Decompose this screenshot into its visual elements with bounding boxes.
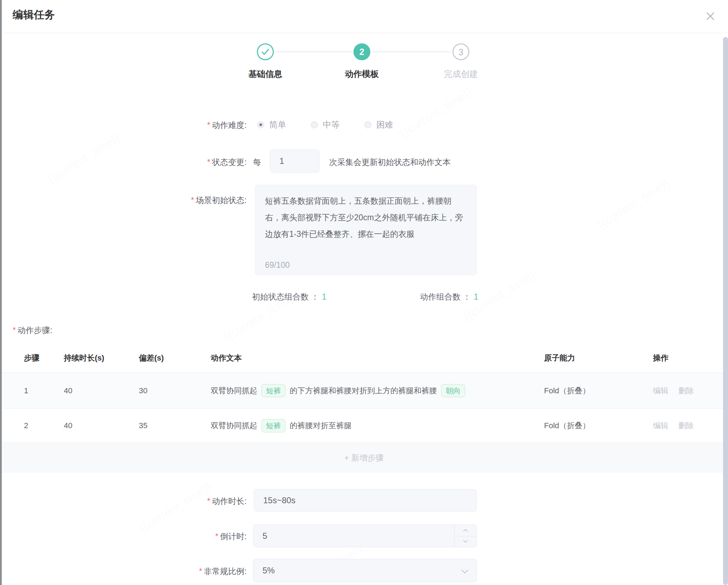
char-counter: 69/100 [265, 260, 290, 270]
table-row: 2 40 35 双臂协同抓起 短裤 的裤腰对折至裤腿 Fold（折叠） 编辑 删… [0, 409, 728, 443]
cell-deviation: 35 [139, 409, 147, 443]
step-3-label: 完成创建 [444, 68, 478, 80]
dialog-title: 编辑任务 [13, 8, 55, 22]
initial-state-label: *场景初始状态: [0, 195, 247, 206]
header-action-text: 动作文本 [211, 344, 538, 372]
header-duration: 持续时长(s) [64, 344, 104, 372]
check-icon [258, 44, 273, 59]
add-step-button[interactable]: + 新增步骤 [344, 452, 384, 463]
radio-unselected-icon [364, 121, 371, 128]
duration-label: *动作时长: [0, 496, 247, 507]
step-2-indicator: 2 [353, 43, 370, 60]
cell-duration: 40 [64, 373, 72, 408]
radio-hard[interactable]: 困难 [364, 119, 393, 130]
step-3-indicator: 3 [452, 43, 469, 60]
step-1-indicator [257, 43, 274, 60]
cell-action-text: 双臂协同抓起 短裤 的裤腰对折至裤腿 [211, 409, 538, 443]
state-change-input[interactable] [270, 149, 320, 173]
edit-link[interactable]: 编辑 [653, 373, 668, 408]
cell-step: 1 [24, 373, 28, 408]
delete-link[interactable]: 删除 [678, 373, 694, 408]
radio-selected-icon [257, 121, 264, 128]
duration-input[interactable] [254, 489, 477, 512]
object-tag: 短裤 [261, 384, 285, 397]
countdown-value[interactable]: 5 [263, 525, 267, 547]
number-stepper [454, 525, 476, 547]
vertical-scrollbar[interactable] [723, 37, 728, 585]
radio-medium[interactable]: 中等 [311, 119, 340, 130]
step-2-label: 动作模板 [345, 68, 379, 80]
add-step-row: + 新增步骤 [0, 443, 728, 473]
orientation-tag: 朝向 [441, 384, 465, 397]
cell-ability: Fold（折叠） [544, 409, 590, 443]
delete-link[interactable]: 删除 [678, 409, 694, 443]
watermark-text: {{current_time}} [397, 85, 474, 140]
watermark-text: {{current_time}} [594, 177, 672, 232]
increase-button[interactable] [455, 525, 476, 536]
countdown-label: *倒计时: [0, 531, 247, 542]
action-steps-label: *动作步骤: [13, 325, 52, 336]
scene-initial-state-textarea[interactable]: 短裤五条数据背面朝上，五条数据正面朝上，裤腰朝右，离头部视野下方至少20cm之外… [255, 185, 477, 275]
unusual-ratio-label: *非常规比例: [0, 566, 247, 577]
selected-value: 5% [263, 559, 275, 582]
object-tag: 短裤 [261, 419, 285, 432]
scene-initial-state-text: 短裤五条数据背面朝上，五条数据正面朝上，裤腰朝右，离头部视野下方至少20cm之外… [265, 193, 467, 242]
cell-step: 2 [24, 409, 28, 443]
watermark-text: {{current_time}} [136, 480, 214, 535]
header-deviation: 偏差(s) [139, 344, 164, 372]
countdown-stepper: 5 [253, 524, 477, 547]
initial-combo-count: 初始状态组合数 ：1 [252, 291, 326, 302]
close-icon[interactable] [703, 9, 717, 23]
difficulty-label: *动作难度: [0, 120, 247, 131]
header-operations: 操作 [653, 344, 668, 372]
edit-link[interactable]: 编辑 [653, 409, 668, 443]
cell-duration: 40 [64, 409, 72, 443]
header-ability: 原子能力 [544, 344, 575, 372]
radio-easy[interactable]: 简单 [257, 119, 286, 130]
header-step: 步骤 [24, 344, 39, 372]
state-change-prefix: 每 [253, 157, 261, 168]
left-edge-strip [0, 0, 2, 585]
step-1-label: 基础信息 [248, 68, 282, 80]
cell-action-text: 双臂协同抓起 短裤 的下方裤腿和裤腰对折到上方的裤腿和裤腰 朝向 [211, 373, 538, 408]
unusual-ratio-select[interactable]: 5% [253, 559, 477, 582]
state-change-label: *状态变更: [0, 157, 247, 168]
action-combo-count: 动作组合数 ：1 [420, 291, 478, 302]
radio-unselected-icon [311, 121, 318, 128]
chevron-down-icon [461, 569, 469, 574]
action-steps-table: 步骤 持续时长(s) 偏差(s) 动作文本 原子能力 操作 1 40 30 双臂… [0, 344, 728, 473]
cell-ability: Fold（折叠） [544, 373, 590, 408]
state-change-suffix: 次采集会更新初始状态和动作文本 [329, 157, 451, 168]
chevron-up-icon [463, 529, 468, 532]
decrease-button[interactable] [455, 536, 476, 547]
dialog-header: 编辑任务 [0, 0, 728, 33]
stepper-connector [372, 51, 451, 52]
cell-deviation: 30 [139, 373, 147, 408]
table-header-row: 步骤 持续时长(s) 偏差(s) 动作文本 原子能力 操作 [0, 344, 728, 373]
table-row: 1 40 30 双臂协同抓起 短裤 的下方裤腿和裤腰对折到上方的裤腿和裤腰 朝向… [0, 373, 728, 409]
chevron-down-icon [463, 540, 468, 543]
difficulty-radio-group: 简单 中等 困难 [257, 119, 393, 130]
stepper-connector [275, 51, 352, 52]
